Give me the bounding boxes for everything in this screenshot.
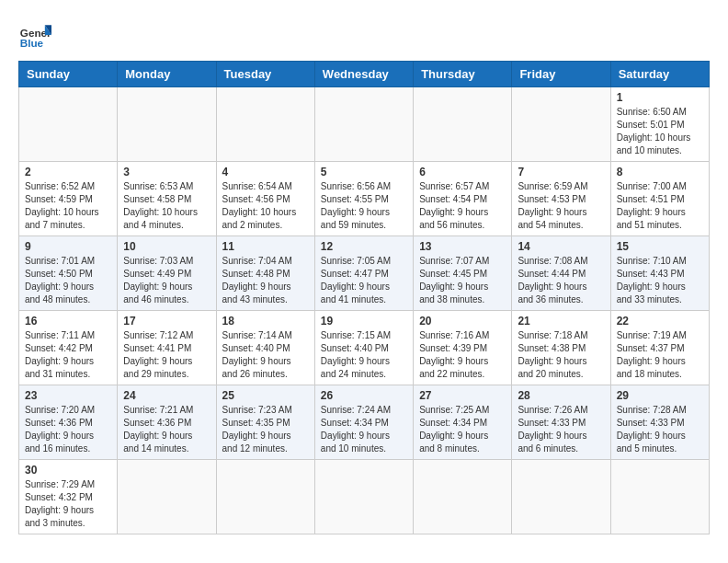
day-number: 13: [419, 240, 506, 253]
day-number: 24: [123, 389, 210, 402]
calendar-cell: 10Sunrise: 7:03 AM Sunset: 4:49 PM Dayli…: [118, 236, 216, 311]
calendar-cell: 12Sunrise: 7:05 AM Sunset: 4:47 PM Dayli…: [314, 236, 413, 311]
day-number: 17: [123, 315, 210, 327]
day-info: Sunrise: 6:54 AM Sunset: 4:56 PM Dayligh…: [222, 180, 309, 232]
day-number: 29: [617, 389, 703, 402]
day-number: 15: [617, 240, 703, 253]
day-number: 5: [321, 166, 407, 178]
calendar-cell: 2Sunrise: 6:52 AM Sunset: 4:59 PM Daylig…: [19, 162, 118, 236]
logo-icon: General Blue: [18, 18, 51, 52]
header-wednesday: Wednesday: [314, 62, 413, 87]
calendar-cell: 23Sunrise: 7:20 AM Sunset: 4:36 PM Dayli…: [19, 385, 118, 460]
day-info: Sunrise: 7:11 AM Sunset: 4:42 PM Dayligh…: [25, 329, 111, 381]
calendar-cell: [314, 87, 413, 162]
day-info: Sunrise: 7:16 AM Sunset: 4:39 PM Dayligh…: [419, 329, 506, 381]
svg-text:Blue: Blue: [20, 37, 44, 49]
calendar-cell: [19, 87, 118, 162]
day-info: Sunrise: 7:28 AM Sunset: 4:33 PM Dayligh…: [617, 404, 703, 455]
day-info: Sunrise: 7:08 AM Sunset: 4:44 PM Dayligh…: [518, 255, 604, 306]
day-info: Sunrise: 7:12 AM Sunset: 4:41 PM Dayligh…: [123, 329, 210, 381]
day-info: Sunrise: 7:04 AM Sunset: 4:48 PM Dayligh…: [222, 255, 309, 306]
calendar-cell: [610, 460, 709, 534]
day-number: 1: [617, 91, 703, 104]
day-info: Sunrise: 7:05 AM Sunset: 4:47 PM Dayligh…: [321, 255, 407, 306]
calendar-cell: 18Sunrise: 7:14 AM Sunset: 4:40 PM Dayli…: [216, 311, 314, 385]
day-number: 26: [321, 389, 407, 402]
day-info: Sunrise: 7:29 AM Sunset: 4:32 PM Dayligh…: [25, 478, 111, 530]
calendar-cell: 9Sunrise: 7:01 AM Sunset: 4:50 PM Daylig…: [19, 236, 118, 311]
day-number: 10: [123, 240, 210, 253]
day-info: Sunrise: 7:14 AM Sunset: 4:40 PM Dayligh…: [222, 329, 309, 381]
calendar-cell: 4Sunrise: 6:54 AM Sunset: 4:56 PM Daylig…: [216, 162, 314, 236]
calendar-cell: 14Sunrise: 7:08 AM Sunset: 4:44 PM Dayli…: [512, 236, 610, 311]
calendar-cell: [512, 460, 610, 534]
calendar-cell: 11Sunrise: 7:04 AM Sunset: 4:48 PM Dayli…: [216, 236, 314, 311]
calendar-cell: 21Sunrise: 7:18 AM Sunset: 4:38 PM Dayli…: [512, 311, 610, 385]
calendar-cell: 19Sunrise: 7:15 AM Sunset: 4:40 PM Dayli…: [314, 311, 413, 385]
calendar-cell: 3Sunrise: 6:53 AM Sunset: 4:58 PM Daylig…: [118, 162, 216, 236]
day-number: 22: [617, 315, 703, 327]
day-info: Sunrise: 7:24 AM Sunset: 4:34 PM Dayligh…: [321, 404, 407, 455]
calendar-cell: [216, 87, 314, 162]
day-info: Sunrise: 6:50 AM Sunset: 5:01 PM Dayligh…: [617, 106, 703, 157]
day-number: 11: [222, 240, 309, 253]
day-info: Sunrise: 7:25 AM Sunset: 4:34 PM Dayligh…: [419, 404, 506, 455]
day-number: 6: [419, 166, 506, 178]
day-info: Sunrise: 6:59 AM Sunset: 4:53 PM Dayligh…: [518, 180, 604, 232]
day-number: 25: [222, 389, 309, 402]
calendar-cell: [118, 460, 216, 534]
day-number: 2: [25, 166, 111, 178]
day-number: 16: [25, 315, 111, 327]
calendar-cell: 27Sunrise: 7:25 AM Sunset: 4:34 PM Dayli…: [414, 385, 512, 460]
calendar-cell: 15Sunrise: 7:10 AM Sunset: 4:43 PM Dayli…: [610, 236, 709, 311]
logo: General Blue: [18, 18, 55, 52]
day-info: Sunrise: 7:26 AM Sunset: 4:33 PM Dayligh…: [518, 404, 604, 455]
header-tuesday: Tuesday: [216, 62, 314, 87]
calendar-cell: 29Sunrise: 7:28 AM Sunset: 4:33 PM Dayli…: [610, 385, 709, 460]
calendar-cell: 1Sunrise: 6:50 AM Sunset: 5:01 PM Daylig…: [610, 87, 709, 162]
day-info: Sunrise: 7:23 AM Sunset: 4:35 PM Dayligh…: [222, 404, 309, 455]
calendar-cell: 5Sunrise: 6:56 AM Sunset: 4:55 PM Daylig…: [314, 162, 413, 236]
calendar-cell: 25Sunrise: 7:23 AM Sunset: 4:35 PM Dayli…: [216, 385, 314, 460]
day-info: Sunrise: 7:18 AM Sunset: 4:38 PM Dayligh…: [518, 329, 604, 381]
day-info: Sunrise: 6:56 AM Sunset: 4:55 PM Dayligh…: [321, 180, 407, 232]
calendar-cell: [118, 87, 216, 162]
calendar-cell: [314, 460, 413, 534]
day-info: Sunrise: 7:19 AM Sunset: 4:37 PM Dayligh…: [617, 329, 703, 381]
calendar-cell: 6Sunrise: 6:57 AM Sunset: 4:54 PM Daylig…: [414, 162, 512, 236]
calendar-cell: 7Sunrise: 6:59 AM Sunset: 4:53 PM Daylig…: [512, 162, 610, 236]
weekday-header-row: Sunday Monday Tuesday Wednesday Thursday…: [19, 62, 710, 87]
day-info: Sunrise: 7:03 AM Sunset: 4:49 PM Dayligh…: [123, 255, 210, 306]
header-thursday: Thursday: [414, 62, 512, 87]
day-number: 19: [321, 315, 407, 327]
calendar-cell: 20Sunrise: 7:16 AM Sunset: 4:39 PM Dayli…: [414, 311, 512, 385]
day-info: Sunrise: 7:15 AM Sunset: 4:40 PM Dayligh…: [321, 329, 407, 381]
day-number: 8: [617, 166, 703, 178]
day-number: 7: [518, 166, 604, 178]
page-header: General Blue: [18, 18, 710, 52]
calendar-cell: 16Sunrise: 7:11 AM Sunset: 4:42 PM Dayli…: [19, 311, 118, 385]
day-number: 18: [222, 315, 309, 327]
day-number: 9: [25, 240, 111, 253]
header-sunday: Sunday: [19, 62, 118, 87]
calendar-cell: [512, 87, 610, 162]
calendar-cell: 30Sunrise: 7:29 AM Sunset: 4:32 PM Dayli…: [19, 460, 118, 534]
day-info: Sunrise: 7:01 AM Sunset: 4:50 PM Dayligh…: [25, 255, 111, 306]
calendar-cell: 26Sunrise: 7:24 AM Sunset: 4:34 PM Dayli…: [314, 385, 413, 460]
header-friday: Friday: [512, 62, 610, 87]
day-info: Sunrise: 7:10 AM Sunset: 4:43 PM Dayligh…: [617, 255, 703, 306]
day-info: Sunrise: 7:21 AM Sunset: 4:36 PM Dayligh…: [123, 404, 210, 455]
day-info: Sunrise: 7:07 AM Sunset: 4:45 PM Dayligh…: [419, 255, 506, 306]
day-info: Sunrise: 6:52 AM Sunset: 4:59 PM Dayligh…: [25, 180, 111, 232]
calendar-cell: 17Sunrise: 7:12 AM Sunset: 4:41 PM Dayli…: [118, 311, 216, 385]
calendar-cell: [216, 460, 314, 534]
calendar-cell: [414, 87, 512, 162]
day-info: Sunrise: 6:57 AM Sunset: 4:54 PM Dayligh…: [419, 180, 506, 232]
calendar-cell: 24Sunrise: 7:21 AM Sunset: 4:36 PM Dayli…: [118, 385, 216, 460]
calendar: Sunday Monday Tuesday Wednesday Thursday…: [18, 61, 710, 534]
calendar-cell: [414, 460, 512, 534]
day-number: 12: [321, 240, 407, 253]
header-monday: Monday: [118, 62, 216, 87]
day-info: Sunrise: 7:00 AM Sunset: 4:51 PM Dayligh…: [617, 180, 703, 232]
day-number: 20: [419, 315, 506, 327]
